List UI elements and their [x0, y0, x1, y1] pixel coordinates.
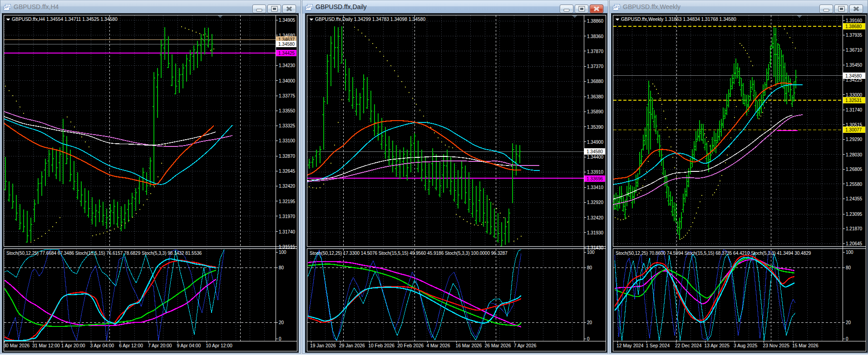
svg-text:6 Apr 12:00: 6 Apr 12:00 [119, 343, 143, 348]
svg-text:13 Apr 2025: 13 Apr 2025 [705, 343, 730, 348]
svg-text:1.34400: 1.34400 [587, 155, 604, 160]
svg-text:3 Aug 2025: 3 Aug 2025 [734, 343, 757, 348]
svg-text:0: 0 [587, 336, 590, 341]
svg-text:1.37935: 1.37935 [846, 33, 863, 38]
svg-text:1.33910: 1.33910 [587, 170, 604, 175]
svg-text:1 Sep 2024: 1 Sep 2024 [646, 343, 670, 348]
svg-text:Stoch(50,12,25) 70.8600 74.599: Stoch(50,12,25) 70.8600 74.5994 Stoch(15… [616, 251, 811, 256]
svg-text:1.34000: 1.34000 [279, 78, 296, 83]
svg-text:20: 20 [279, 320, 284, 325]
svg-text:1.31740: 1.31740 [846, 107, 863, 112]
svg-text:3 Apr 04:00: 3 Apr 04:00 [90, 343, 114, 348]
svg-text:1.32531: 1.32531 [845, 98, 862, 103]
svg-text:1.33100: 1.33100 [279, 138, 296, 143]
svg-text:1.34425: 1.34425 [278, 51, 295, 56]
svg-text:9 Apr 04:00: 9 Apr 04:00 [177, 343, 201, 348]
svg-text:1.37870: 1.37870 [587, 49, 604, 54]
svg-text:100: 100 [279, 250, 286, 255]
svg-text:20 Feb 2026: 20 Feb 2026 [397, 343, 424, 348]
svg-text:10 Feb 2026: 10 Feb 2026 [368, 343, 395, 348]
svg-text:1.31970: 1.31970 [279, 214, 296, 219]
svg-text:1.34905: 1.34905 [279, 18, 296, 23]
svg-text:80: 80 [846, 265, 851, 270]
svg-text:20: 20 [846, 320, 851, 325]
svg-text:1.26805: 1.26805 [846, 167, 863, 172]
svg-text:GBPUSD.ffx,Daily 1.34299 1.34: GBPUSD.ffx,Daily 1.34299 1.34783 1.34098… [315, 17, 425, 22]
svg-text:7 Apr 20:00: 7 Apr 20:00 [148, 343, 172, 348]
svg-text:1.32645: 1.32645 [279, 169, 296, 174]
svg-text:1.32870: 1.32870 [279, 154, 296, 159]
svg-text:1.32195: 1.32195 [279, 199, 296, 204]
svg-text:1.20645: 1.20645 [846, 241, 863, 246]
svg-text:1.23095: 1.23095 [846, 212, 863, 217]
svg-text:1.33325: 1.33325 [279, 123, 296, 128]
svg-text:23 Nov 2025: 23 Nov 2025 [763, 343, 790, 348]
svg-text:1.32420: 1.32420 [279, 184, 296, 189]
svg-text:1.33550: 1.33550 [279, 108, 296, 113]
svg-text:1.36880: 1.36880 [587, 79, 604, 84]
svg-text:1.25580: 1.25580 [846, 182, 863, 187]
svg-text:1.34580: 1.34580 [278, 42, 295, 47]
svg-text:1.33000: 1.33000 [846, 92, 863, 97]
svg-text:1.31515: 1.31515 [279, 244, 296, 249]
svg-text:7 Apr 2026: 7 Apr 2026 [514, 343, 537, 348]
svg-text:12 May 2024: 12 May 2024 [616, 343, 644, 348]
svg-text:1.35450: 1.35450 [846, 63, 863, 68]
svg-text:GBPUSD.ffx,Weekly 1.31863 1.3: GBPUSD.ffx,Weekly 1.31863 1.34834 1.3176… [621, 17, 736, 22]
svg-text:100: 100 [587, 250, 595, 255]
svg-text:1.33696: 1.33696 [587, 176, 603, 181]
svg-text:1 Apr 20:00: 1 Apr 20:00 [61, 343, 85, 348]
svg-text:1.34580: 1.34580 [845, 73, 862, 78]
svg-text:20: 20 [587, 320, 592, 325]
svg-text:26 Mar 2026: 26 Mar 2026 [485, 343, 511, 348]
svg-text:0: 0 [846, 336, 848, 341]
svg-text:19 Jan 2026: 19 Jan 2026 [310, 343, 336, 348]
svg-text:29 Jan 2026: 29 Jan 2026 [339, 343, 365, 348]
svg-text:10 Apr 12:00: 10 Apr 12:00 [206, 343, 232, 348]
svg-text:1.38360: 1.38360 [587, 34, 604, 39]
svg-text:1.32420: 1.32420 [587, 215, 604, 220]
svg-text:1.35390: 1.35390 [587, 125, 604, 130]
svg-text:16 Mar 2026: 16 Mar 2026 [456, 343, 482, 348]
svg-text:0: 0 [279, 336, 281, 341]
svg-text:1.29290: 1.29290 [846, 137, 863, 142]
svg-text:1.24355: 1.24355 [846, 196, 863, 201]
svg-text:1.21870: 1.21870 [846, 226, 863, 231]
svg-text:80: 80 [279, 265, 284, 270]
svg-text:1.33775: 1.33775 [279, 93, 296, 98]
svg-text:1.36710: 1.36710 [846, 48, 863, 53]
svg-text:1.38860: 1.38860 [587, 19, 604, 24]
svg-text:31 Mar 12:00: 31 Mar 12:00 [32, 343, 60, 348]
svg-text:15 Mar 2026: 15 Mar 2026 [792, 343, 819, 348]
svg-text:1.38680: 1.38680 [845, 24, 862, 29]
svg-text:22 Dec 2024: 22 Dec 2024 [675, 343, 702, 348]
svg-text:1.30077: 1.30077 [845, 127, 862, 132]
svg-text:80: 80 [587, 265, 592, 270]
svg-text:Stoch(50,12,25) 17.3300 14.507: Stoch(50,12,25) 17.3300 14.5076 Stoch(15… [310, 251, 508, 256]
svg-text:1.37370: 1.37370 [587, 64, 604, 69]
svg-text:1.39160: 1.39160 [846, 18, 863, 23]
svg-text:1.36380: 1.36380 [587, 94, 604, 99]
svg-text:1.31930: 1.31930 [587, 230, 604, 235]
svg-text:1.31740: 1.31740 [279, 229, 296, 234]
svg-text:GBPUSD.ffx,H4 1.34554 1.34711: GBPUSD.ffx,H4 1.34554 1.34711 1.34525 1.… [12, 17, 118, 22]
svg-text:1.30515: 1.30515 [846, 122, 863, 127]
svg-text:100: 100 [846, 250, 853, 255]
svg-text:Stoch(50,12,25) 77.6684 67.348: Stoch(50,12,25) 77.6684 67.3486 Stoch(15… [6, 251, 202, 256]
svg-text:1.33410: 1.33410 [587, 185, 604, 190]
svg-text:30 Mar 2026: 30 Mar 2026 [3, 343, 30, 348]
svg-text:1.32920: 1.32920 [587, 200, 604, 205]
svg-text:1.28030: 1.28030 [846, 152, 863, 157]
svg-text:1.35890: 1.35890 [587, 109, 604, 114]
svg-text:1.34230: 1.34230 [279, 63, 296, 68]
svg-text:1.34580: 1.34580 [587, 149, 603, 154]
svg-text:4 Mar 2026: 4 Mar 2026 [426, 343, 450, 348]
svg-text:1.34900: 1.34900 [587, 140, 604, 145]
